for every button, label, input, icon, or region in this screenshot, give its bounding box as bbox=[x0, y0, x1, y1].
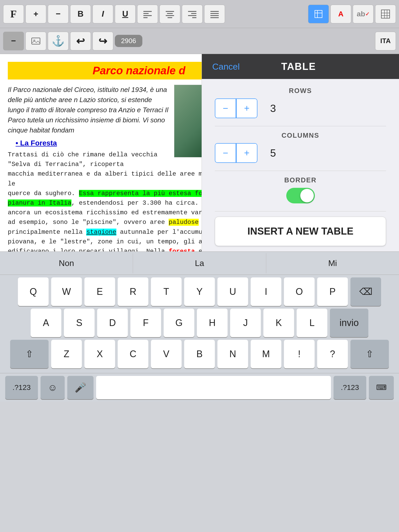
main-area: Parco nazionale d Il Parco nazionale del… bbox=[0, 54, 399, 251]
cancel-button[interactable]: Cancel bbox=[212, 62, 240, 72]
key-delete[interactable]: ⌫ bbox=[350, 277, 381, 306]
key-l[interactable]: L bbox=[297, 309, 327, 337]
justify-button[interactable] bbox=[204, 5, 225, 23]
key-f[interactable]: F bbox=[130, 309, 161, 337]
autocomplete-la[interactable]: La bbox=[133, 253, 266, 273]
highlight-button[interactable]: A bbox=[330, 5, 351, 23]
key-n[interactable]: N bbox=[217, 340, 248, 368]
svg-rect-23 bbox=[32, 38, 40, 44]
redo-button[interactable]: ↪ bbox=[92, 32, 113, 50]
autocomplete-mi[interactable]: Mi bbox=[266, 253, 399, 273]
key-s[interactable]: S bbox=[64, 309, 95, 337]
rows-stepper-row: − + 3 bbox=[215, 98, 386, 118]
columns-decrease-button[interactable]: − bbox=[215, 144, 236, 162]
decrease-font-button[interactable]: − bbox=[48, 5, 69, 23]
panel-body: ROWS − + 3 COLUMNS − + 5 BORDER bbox=[202, 79, 399, 251]
key-invio[interactable]: invio bbox=[330, 309, 368, 337]
key-shift-left[interactable]: ⇧ bbox=[10, 340, 49, 368]
underline-button[interactable]: U bbox=[115, 5, 136, 23]
rows-label: ROWS bbox=[215, 87, 386, 95]
undo-button[interactable]: ↩ bbox=[70, 32, 91, 50]
rows-stepper: − + bbox=[215, 98, 257, 118]
key-h[interactable]: H bbox=[197, 309, 228, 337]
bold-button[interactable]: B bbox=[70, 5, 91, 23]
key-emoji[interactable]: ☺ bbox=[41, 376, 65, 399]
panel-title: TABLE bbox=[281, 61, 316, 72]
columns-value: 5 bbox=[263, 144, 283, 162]
minus-btn[interactable]: − bbox=[3, 32, 24, 50]
columns-stepper-row: − + 5 bbox=[215, 143, 386, 163]
key-i[interactable]: I bbox=[251, 277, 281, 306]
rows-decrease-button[interactable]: − bbox=[215, 99, 236, 118]
columns-label: COLUMNS bbox=[215, 131, 386, 139]
key-e[interactable]: E bbox=[84, 277, 115, 306]
keyboard-row-1: Q W E R T Y U I O P ⌫ bbox=[2, 277, 397, 306]
keyboard: Q W E R T Y U I O P ⌫ A S D F G H J K L … bbox=[0, 275, 399, 373]
align-left-button[interactable] bbox=[137, 5, 158, 23]
key-g[interactable]: G bbox=[164, 309, 194, 337]
key-k[interactable]: K bbox=[263, 309, 294, 337]
key-c[interactable]: C bbox=[118, 340, 148, 368]
align-right-button[interactable] bbox=[182, 5, 203, 23]
key-b[interactable]: B bbox=[184, 340, 215, 368]
key-exclaim[interactable]: ! bbox=[284, 340, 315, 368]
columns-increase-button[interactable]: + bbox=[236, 144, 257, 162]
format-button[interactable] bbox=[308, 5, 329, 23]
toolbar-second: − ⚓ ↩ ↪ 2906 ITA bbox=[0, 28, 399, 54]
key-question[interactable]: ? bbox=[317, 340, 348, 368]
key-w[interactable]: W bbox=[51, 277, 82, 306]
increase-font-button[interactable]: + bbox=[25, 5, 46, 23]
key-x[interactable]: X bbox=[84, 340, 115, 368]
columns-stepper: − + bbox=[215, 143, 257, 163]
border-toggle-container bbox=[215, 188, 386, 203]
key-a[interactable]: A bbox=[31, 309, 61, 337]
keyboard-row-3: ⇧ Z X C V B N M ! ? ⇧ bbox=[2, 340, 397, 368]
image-insert-button[interactable] bbox=[25, 32, 46, 50]
insert-table-button[interactable]: INSERT A NEW TABLE bbox=[215, 217, 386, 246]
anchor-button[interactable]: ⚓ bbox=[48, 32, 69, 50]
toggle-thumb bbox=[300, 189, 314, 202]
key-p[interactable]: P bbox=[317, 277, 348, 306]
key-y[interactable]: Y bbox=[184, 277, 215, 306]
spell-check-button[interactable]: ab✓ bbox=[353, 5, 374, 23]
rows-value: 3 bbox=[263, 99, 283, 118]
svg-rect-18 bbox=[381, 10, 390, 18]
keyboard-row-2: A S D F G H J K L invio bbox=[2, 309, 397, 337]
table-grid-button[interactable] bbox=[375, 5, 396, 23]
word-counter: 2906 bbox=[115, 35, 142, 47]
key-t[interactable]: T bbox=[151, 277, 182, 306]
bottom-bar: .?123 ☺ 🎤 .?123 ⌨ bbox=[0, 373, 399, 402]
border-label: BORDER bbox=[215, 176, 386, 184]
key-numbers-left[interactable]: .?123 bbox=[5, 376, 38, 399]
key-v[interactable]: V bbox=[151, 340, 182, 368]
divider bbox=[215, 126, 386, 126]
key-m[interactable]: M bbox=[251, 340, 281, 368]
autocomplete-non[interactable]: Non bbox=[0, 253, 133, 273]
language-button[interactable]: ITA bbox=[375, 32, 396, 50]
key-u[interactable]: U bbox=[217, 277, 248, 306]
key-numbers-right[interactable]: .?123 bbox=[334, 376, 366, 399]
key-microphone[interactable]: 🎤 bbox=[67, 376, 94, 399]
key-j[interactable]: J bbox=[230, 309, 261, 337]
key-r[interactable]: R bbox=[118, 277, 148, 306]
divider2 bbox=[215, 171, 386, 171]
rows-increase-button[interactable]: + bbox=[236, 99, 257, 118]
key-z[interactable]: Z bbox=[51, 340, 82, 368]
italic-button[interactable]: I bbox=[92, 5, 113, 23]
toolbar-top: F + − B I U A ab✓ bbox=[0, 0, 399, 28]
key-q[interactable]: Q bbox=[18, 277, 49, 306]
key-shift-right[interactable]: ⇧ bbox=[350, 340, 389, 368]
key-spacebar[interactable] bbox=[96, 376, 331, 399]
border-toggle[interactable] bbox=[286, 188, 315, 203]
key-d[interactable]: D bbox=[97, 309, 128, 337]
divider3 bbox=[215, 211, 386, 211]
key-o[interactable]: O bbox=[284, 277, 315, 306]
table-insert-panel: Cancel TABLE ROWS − + 3 COLUMNS − + bbox=[202, 54, 399, 251]
key-keyboard-dismiss[interactable]: ⌨ bbox=[369, 376, 394, 399]
align-center-button[interactable] bbox=[159, 5, 180, 23]
panel-header: Cancel TABLE bbox=[202, 54, 399, 79]
font-button[interactable]: F bbox=[3, 5, 24, 23]
autocomplete-bar: Non La Mi bbox=[0, 251, 399, 275]
